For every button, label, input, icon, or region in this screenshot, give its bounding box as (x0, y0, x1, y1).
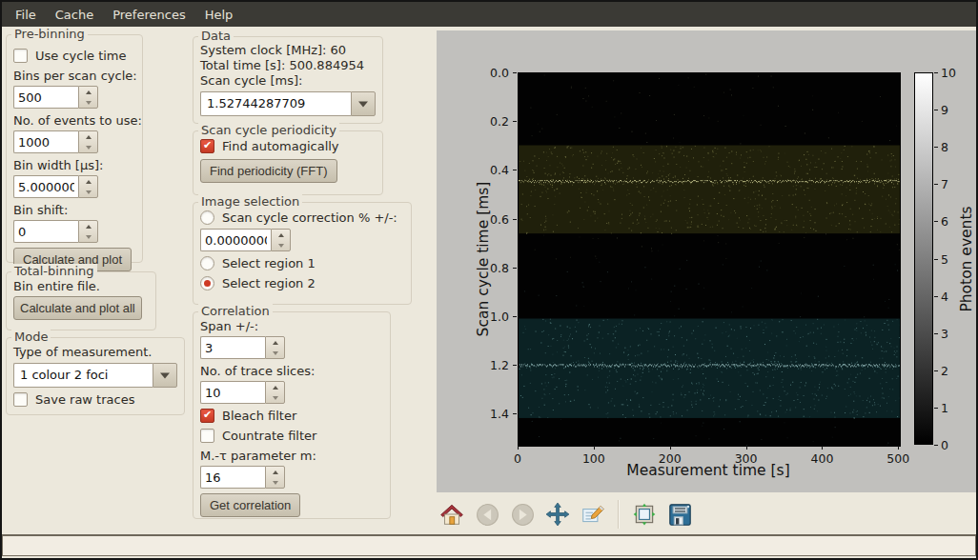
find-automagically-row[interactable]: Find automagically (200, 139, 339, 153)
select-region-2-label: Select region 2 (222, 276, 316, 290)
forward-button[interactable] (509, 500, 536, 529)
correlation-title: Correlation (198, 304, 273, 318)
correction-spinbox (200, 229, 291, 251)
spin-down-icon[interactable] (79, 142, 97, 152)
mode-title: Mode (11, 330, 51, 344)
bin-width-spinbox (13, 175, 98, 198)
x-tick-mark (670, 446, 671, 450)
scan-cycle-correction-radio[interactable] (200, 210, 214, 225)
colorbar-tick-label: 0 (941, 438, 948, 452)
y-tick-label: 1.4 (490, 407, 509, 421)
select-region-2-radio[interactable] (200, 276, 214, 290)
menu-item-file[interactable]: File (6, 4, 46, 26)
home-button[interactable] (438, 500, 465, 529)
spin-up-icon[interactable] (266, 337, 284, 348)
total-binning-title: Total-binning (11, 264, 97, 278)
span-spinbox (200, 336, 285, 359)
x-tick-label: 200 (659, 451, 682, 466)
trace-slices-spinbox (200, 381, 285, 404)
span-input[interactable] (200, 336, 265, 359)
use-cycle-time-label: Use cycle time (35, 49, 127, 63)
save-button[interactable] (666, 500, 693, 529)
back-button[interactable] (474, 500, 500, 529)
colorbar-tick-label: 3 (941, 326, 948, 340)
colorbar-tick-label: 8 (941, 140, 948, 154)
bin-entire-file-label: Bin entire file. (13, 279, 100, 293)
colorbar-label: Photon events (958, 206, 975, 311)
save-raw-traces-row[interactable]: Save raw traces (13, 392, 177, 407)
span-label: Span +/-: (200, 319, 258, 333)
calculate-and-plot-all-button[interactable]: Calculate and plot all (13, 296, 142, 320)
spin-up-icon[interactable] (79, 87, 97, 97)
spin-down-icon[interactable] (266, 348, 284, 358)
menu-item-help[interactable]: Help (195, 4, 243, 26)
zoom-button[interactable] (580, 500, 606, 529)
countrate-filter-label: Countrate filter (222, 429, 316, 443)
subplots-button[interactable] (631, 500, 658, 529)
scan-cycle-combobox[interactable]: 1.52744287709 (200, 91, 376, 116)
toolbar-separator (618, 500, 620, 529)
spin-down-icon[interactable] (272, 240, 290, 250)
spin-up-icon[interactable] (79, 176, 97, 187)
colorbar-tick-label: 7 (941, 177, 948, 191)
spin-up-icon[interactable] (79, 221, 97, 231)
colorbar-tick-mark (934, 296, 938, 297)
app-window: FileCachePreferencesHelp Pre-binning Use… (0, 0, 978, 560)
x-tick-mark (518, 446, 519, 450)
bins-per-cycle-input[interactable] (13, 86, 78, 109)
y-tick-label: 0.4 (490, 163, 509, 177)
chevron-down-icon[interactable] (153, 363, 177, 388)
select-region-1-radio[interactable] (200, 256, 214, 270)
select-region-1-label: Select region 1 (222, 256, 316, 270)
events-to-use-spinbox (13, 130, 98, 153)
scan-cycle-correction-row[interactable]: Scan cycle correction % +/-: (200, 210, 397, 225)
save-raw-traces-checkbox[interactable] (13, 392, 28, 407)
countrate-filter-checkbox[interactable] (200, 429, 214, 443)
find-automagically-checkbox[interactable] (200, 139, 214, 153)
mtau-parameter-label: M.-τ parameter m: (200, 449, 316, 463)
y-tick-mark (513, 170, 517, 170)
spin-down-icon[interactable] (266, 392, 284, 403)
spin-down-icon[interactable] (266, 477, 284, 488)
colorbar-tick-label: 9 (941, 103, 948, 117)
select-region-1-row[interactable]: Select region 1 (200, 256, 316, 270)
spin-up-icon[interactable] (266, 467, 284, 477)
heatmap-canvas[interactable] (518, 72, 901, 447)
spin-up-icon[interactable] (79, 131, 97, 142)
pan-button[interactable] (544, 500, 571, 529)
y-tick-mark (513, 316, 517, 317)
image-selection-group: Image selection Scan cycle correction % … (193, 202, 412, 305)
bleach-filter-checkbox[interactable] (200, 409, 214, 423)
chevron-down-icon[interactable] (351, 91, 376, 116)
trace-slices-input[interactable] (200, 381, 265, 404)
measurement-type-combobox[interactable]: 1 colour 2 foci (13, 363, 177, 388)
spin-up-icon[interactable] (266, 382, 284, 392)
events-to-use-input[interactable] (13, 130, 78, 153)
spin-down-icon[interactable] (79, 231, 97, 242)
colorbar-tick-label: 6 (941, 214, 948, 229)
find-periodicity-button[interactable]: Find periodicity (FFT) (200, 159, 337, 183)
use-cycle-time-checkbox[interactable] (13, 49, 28, 63)
menu-item-preferences[interactable]: Preferences (103, 4, 194, 26)
menu-item-cache[interactable]: Cache (46, 4, 103, 26)
spin-down-icon[interactable] (79, 187, 97, 197)
y-tick-mark (513, 365, 517, 366)
bin-shift-input[interactable] (13, 220, 78, 243)
bleach-filter-row[interactable]: Bleach filter (200, 409, 296, 423)
spin-up-icon[interactable] (272, 230, 290, 240)
find-automagically-label: Find automagically (222, 139, 339, 153)
countrate-filter-row[interactable]: Countrate filter (200, 429, 316, 443)
pre-binning-title: Pre-binning (11, 27, 88, 41)
select-region-2-row[interactable]: Select region 2 (200, 276, 316, 290)
colorbar-tick-label: 2 (941, 363, 948, 377)
bin-width-input[interactable] (13, 175, 78, 198)
use-cycle-time-row[interactable]: Use cycle time (13, 49, 127, 63)
pan-icon (545, 502, 570, 527)
spin-down-icon[interactable] (79, 97, 97, 108)
x-tick-label: 500 (886, 451, 909, 466)
x-tick-mark (822, 446, 823, 450)
get-correlation-button[interactable]: Get correlation (200, 493, 300, 517)
mtau-input[interactable] (200, 466, 265, 489)
correction-input[interactable] (200, 229, 271, 251)
save-icon (667, 502, 693, 528)
